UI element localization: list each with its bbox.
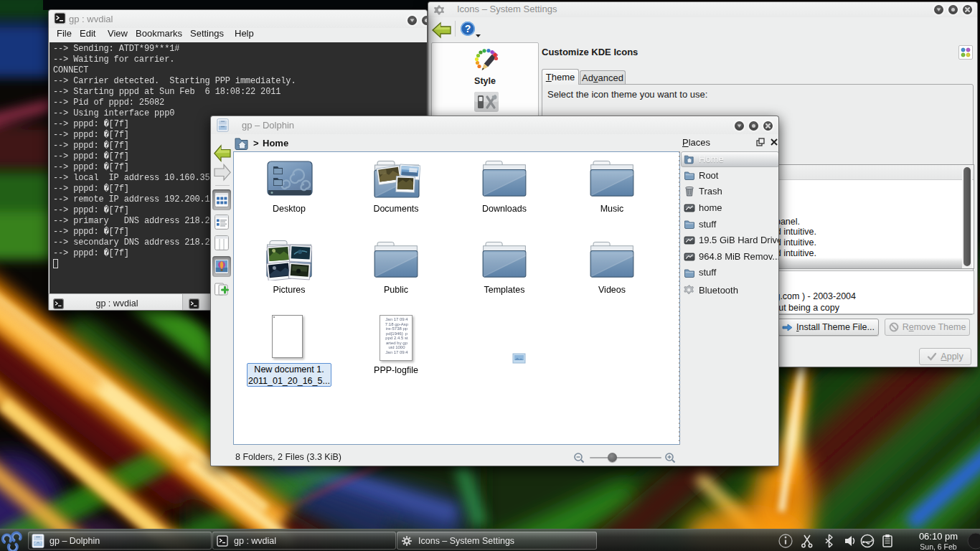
svg-text:?: ? xyxy=(465,23,471,34)
